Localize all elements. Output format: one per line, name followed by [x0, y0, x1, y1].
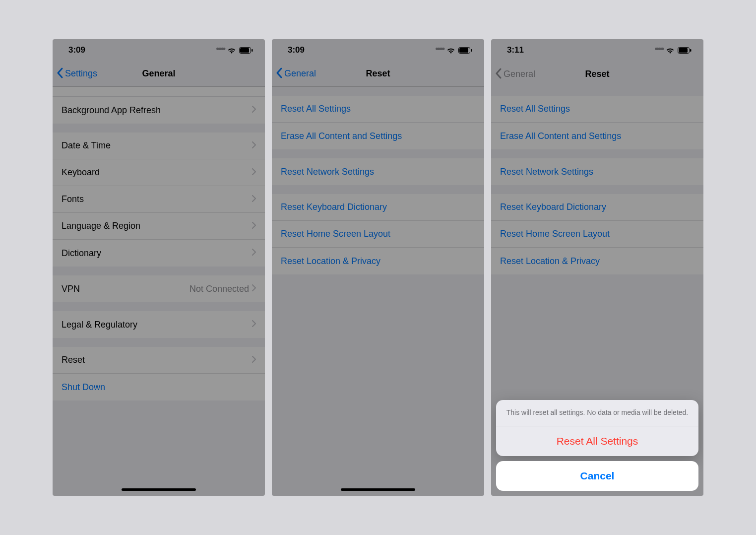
row-reset-all-settings[interactable]: Reset All Settings [272, 96, 484, 123]
svg-rect-4 [459, 48, 468, 53]
action-sheet-card: This will reset all settings. No data or… [496, 400, 698, 456]
nav-bar: General Reset [491, 61, 703, 87]
row-reset-location[interactable]: Reset Location & Privacy [272, 248, 484, 274]
row-iphone-storage[interactable]: iPhone Storage [53, 87, 265, 97]
cellular-dots-icon: ••••• [654, 44, 663, 54]
status-time: 3:09 [68, 45, 85, 55]
back-label: General [504, 69, 535, 79]
row-reset-home: Reset Home Screen Layout [491, 221, 703, 248]
row-label: VPN [62, 284, 189, 294]
row-label: Shut Down [62, 382, 256, 393]
row-reset-keyboard: Reset Keyboard Dictionary [491, 194, 703, 221]
screen-reset: 3:09 ••••• General Reset Reset All Setti… [272, 39, 484, 496]
row-legal[interactable]: Legal & Regulatory [53, 311, 265, 338]
status-time: 3:11 [507, 45, 524, 55]
row-label: Reset Network Settings [281, 167, 475, 177]
confirm-reset-button[interactable]: Reset All Settings [496, 426, 698, 456]
chevron-right-icon [252, 284, 256, 293]
back-button[interactable]: Settings [53, 67, 97, 80]
chevron-right-icon [252, 168, 256, 177]
row-reset-keyboard[interactable]: Reset Keyboard Dictionary [272, 194, 484, 221]
chevron-right-icon [252, 195, 256, 204]
row-label: Erase All Content and Settings [500, 131, 694, 141]
reset-list: Reset All Settings Erase All Content and… [272, 96, 484, 274]
svg-rect-7 [679, 48, 688, 53]
row-label: Background App Refresh [62, 105, 252, 116]
wifi-icon [227, 47, 236, 54]
chevron-left-icon [495, 68, 502, 81]
battery-icon [239, 47, 253, 54]
chevron-left-icon [57, 67, 63, 81]
status-bar: 3:11 ••••• [491, 39, 703, 61]
svg-rect-8 [690, 49, 692, 52]
row-label: Legal & Regulatory [62, 320, 252, 330]
chevron-right-icon [252, 249, 256, 258]
row-label: Dictionary [62, 248, 252, 259]
row-label: Reset Location & Privacy [500, 256, 694, 267]
cellular-dots-icon: ••••• [435, 44, 443, 54]
row-keyboard[interactable]: Keyboard [53, 159, 265, 186]
svg-rect-1 [240, 48, 249, 53]
wifi-icon [446, 47, 455, 54]
home-indicator[interactable] [122, 488, 196, 491]
status-time: 3:09 [288, 45, 305, 55]
row-reset-all-settings: Reset All Settings [491, 96, 703, 123]
status-bar: 3:09 ••••• [53, 39, 265, 61]
row-date-time[interactable]: Date & Time [53, 133, 265, 159]
row-label: Fonts [62, 194, 252, 204]
chevron-right-icon [252, 356, 256, 365]
nav-bar: Settings General [53, 61, 265, 87]
back-button: General [491, 67, 535, 81]
row-fonts[interactable]: Fonts [53, 186, 265, 213]
row-dictionary[interactable]: Dictionary [53, 240, 265, 267]
row-reset-location: Reset Location & Privacy [491, 248, 703, 274]
row-label: Date & Time [62, 140, 252, 151]
action-sheet: This will reset all settings. No data or… [491, 395, 703, 496]
screen-general: 3:09 ••••• Settings General iPhone Stora… [53, 39, 265, 496]
status-bar: 3:09 ••••• [272, 39, 484, 61]
nav-bar: General Reset [272, 61, 484, 87]
row-reset[interactable]: Reset [53, 347, 265, 374]
svg-rect-5 [471, 49, 472, 52]
row-label: Reset Home Screen Layout [500, 229, 694, 239]
reset-list: Reset All Settings Erase All Content and… [491, 96, 703, 274]
row-erase-all: Erase All Content and Settings [491, 123, 703, 149]
home-indicator[interactable] [341, 488, 415, 491]
back-button[interactable]: General [272, 67, 316, 80]
row-label: Reset All Settings [281, 104, 475, 114]
chevron-left-icon [276, 67, 282, 81]
back-label: General [284, 68, 316, 79]
row-label: Keyboard [62, 167, 252, 178]
chevron-right-icon [252, 106, 256, 115]
row-value: Not Connected [189, 284, 252, 294]
row-label: Reset All Settings [500, 104, 694, 114]
row-label: Reset Network Settings [500, 167, 694, 177]
row-reset-network[interactable]: Reset Network Settings [272, 158, 484, 185]
row-label: Reset Home Screen Layout [281, 229, 475, 239]
wifi-icon [666, 47, 675, 54]
row-reset-home[interactable]: Reset Home Screen Layout [272, 221, 484, 248]
svg-rect-2 [252, 49, 253, 52]
row-label: Reset Location & Privacy [281, 256, 475, 267]
row-language-region[interactable]: Language & Region [53, 213, 265, 240]
chevron-right-icon [252, 222, 256, 231]
row-erase-all[interactable]: Erase All Content and Settings [272, 123, 484, 149]
battery-icon [678, 47, 692, 54]
chevron-right-icon [252, 141, 256, 150]
back-label: Settings [65, 68, 97, 79]
row-label: Reset Keyboard Dictionary [500, 202, 694, 212]
row-label: Reset Keyboard Dictionary [281, 202, 475, 212]
chevron-right-icon [252, 320, 256, 329]
row-background-refresh[interactable]: Background App Refresh [53, 97, 265, 124]
row-vpn[interactable]: VPN Not Connected [53, 275, 265, 302]
row-label: Language & Region [62, 221, 252, 231]
row-label: Erase All Content and Settings [281, 131, 475, 141]
cellular-dots-icon: ••••• [216, 44, 224, 54]
cancel-button[interactable]: Cancel [496, 461, 698, 491]
row-shut-down[interactable]: Shut Down [53, 374, 265, 401]
action-sheet-message: This will reset all settings. No data or… [496, 400, 698, 426]
battery-icon [458, 47, 472, 54]
row-label: Reset [62, 355, 252, 365]
screen-reset-confirm: 3:11 ••••• General Reset Reset All Setti… [491, 39, 703, 496]
settings-list: iPhone Storage Background App Refresh Da… [53, 87, 265, 401]
